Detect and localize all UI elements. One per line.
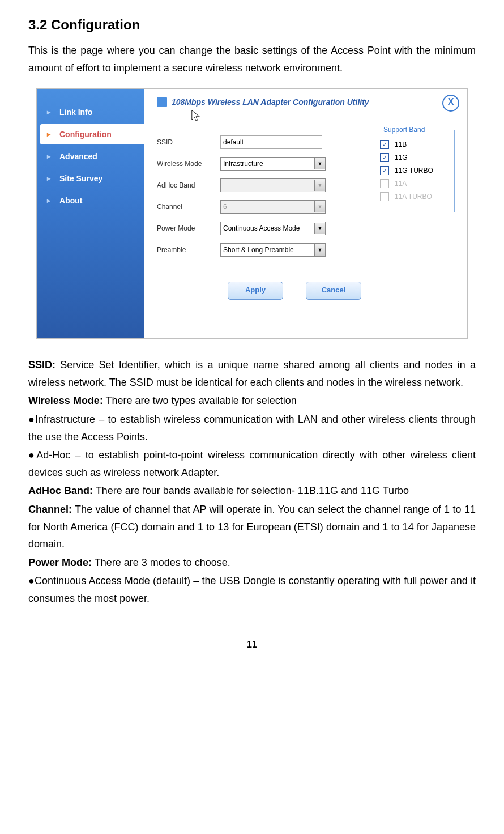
cursor-icon [191,109,201,122]
sidebar-item-about[interactable]: ▸About [37,190,144,211]
sidebar: ▸Link Info ▸Configuration ▸Advanced ▸Sit… [37,89,144,338]
desc-power: There are 3 modes to choose. [92,557,230,568]
sidebar-label: Advanced [59,152,97,161]
preamble-dropdown[interactable]: Short & Long Preamble▼ [220,243,326,257]
chevron-icon: ▸ [47,130,54,138]
page-number: 11 [28,636,476,650]
checkbox-label: 11A TURBO [395,193,432,201]
term-ssid: SSID: [28,359,55,371]
sidebar-item-site-survey[interactable]: ▸Site Survey [37,168,144,189]
description-text: SSID: Service Set Identifier, which is a… [28,356,476,607]
sidebar-label: About [59,196,82,205]
checkbox-label: 11G [395,154,408,161]
checkbox-11g[interactable]: ✓ [380,153,389,162]
chevron-icon: ▸ [47,175,54,182]
app-window: ▸Link Info ▸Configuration ▸Advanced ▸Sit… [36,88,468,339]
adhoc-band-label: AdHoc Band [157,181,220,189]
panel-title: 108Mbps Wireless LAN Adapter Configurati… [157,97,455,107]
checkbox-label: 11G TURBO [395,167,433,175]
intro-paragraph: This is the page where you can change th… [28,42,476,76]
checkbox-label: 11A [395,180,407,188]
sidebar-item-advanced[interactable]: ▸Advanced [37,146,144,167]
desc-power-bullet1: ●Continuous Access Mode (default) – the … [28,572,476,607]
sidebar-label: Link Info [59,108,92,117]
chevron-down-icon: ▼ [314,244,325,256]
main-panel: X 108Mbps Wireless LAN Adapter Configura… [144,89,467,338]
term-channel: Channel: [28,504,72,515]
sidebar-item-configuration[interactable]: ▸Configuration [40,124,144,144]
power-mode-dropdown[interactable]: Continuous Access Mode▼ [220,222,326,235]
chevron-icon: ▸ [47,152,54,160]
adhoc-band-dropdown: ▼ [220,178,326,192]
ssid-label: SSID [157,138,220,146]
channel-label: Channel [157,203,220,211]
chevron-icon: ▸ [47,108,54,116]
checkbox-11a [380,179,389,188]
desc-adhoc: There are four bands available for selec… [93,485,409,496]
desc-channel: The value of channel that AP will operat… [28,504,476,550]
support-band-legend: Support Band [381,126,427,134]
channel-dropdown: 6▼ [220,200,326,214]
term-adhoc-band: AdHoc Band: [28,485,93,496]
desc-wmode-bullet2: ●Ad-Hoc – to establish point-to-point wi… [28,446,476,481]
desc-wmode-bullet1: ●Infrastructure – to establish wireless … [28,411,476,445]
sidebar-label: Configuration [59,130,112,139]
chevron-down-icon: ▼ [314,223,325,234]
wireless-mode-dropdown[interactable]: Infrastructure▼ [220,157,326,171]
chevron-down-icon: ▼ [314,158,325,169]
cancel-button[interactable]: Cancel [306,282,361,300]
power-mode-label: Power Mode [157,224,220,232]
close-button[interactable]: X [442,95,459,112]
chevron-icon: ▸ [47,197,54,205]
desc-ssid: Service Set Identifier, which is a uniqu… [28,359,476,388]
preamble-label: Preamble [157,246,220,254]
apply-button[interactable]: Apply [228,282,283,300]
panel-title-text: 108Mbps Wireless LAN Adapter Configurati… [172,97,369,107]
wireless-mode-label: Wireless Mode [157,160,220,168]
term-power-mode: Power Mode: [28,557,92,568]
sidebar-label: Site Survey [59,174,102,183]
sidebar-item-link-info[interactable]: ▸Link Info [37,102,144,122]
term-wireless-mode: Wireless Mode: [28,395,103,406]
section-title: 3.2 Configuration [28,17,476,33]
ssid-input[interactable] [220,135,322,149]
chevron-down-icon: ▼ [314,201,325,212]
checkbox-11g-turbo[interactable]: ✓ [380,166,389,175]
desc-wmode: There are two types available for select… [103,395,297,406]
app-icon [157,97,167,107]
chevron-down-icon: ▼ [314,180,325,191]
support-band-panel: Support Band ✓11B ✓11G ✓11G TURBO 11A 11… [373,130,455,265]
checkbox-11a-turbo [380,192,389,201]
checkbox-label: 11B [395,141,407,148]
form-fields: SSID Wireless Mode Infrastructure▼ AdHoc… [157,127,365,265]
checkbox-11b[interactable]: ✓ [380,140,389,149]
